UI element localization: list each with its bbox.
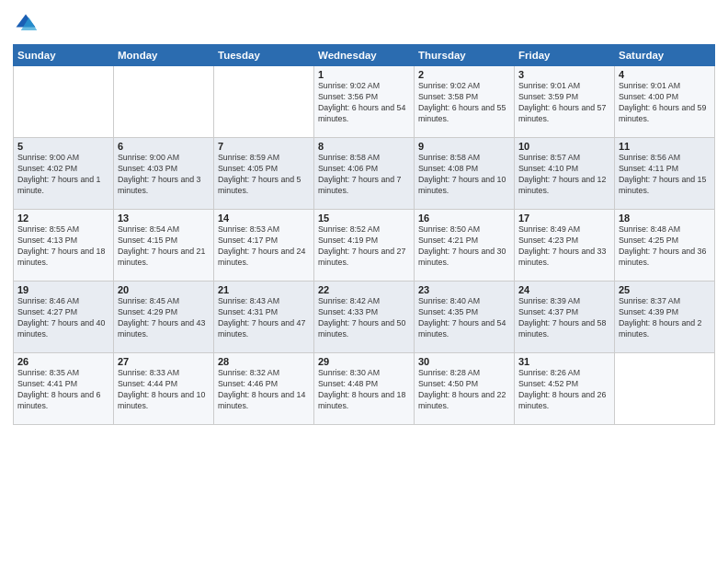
day-cell	[14, 66, 114, 138]
weekday-header-tuesday: Tuesday	[214, 45, 314, 66]
calendar-week-3: 12 Sunrise: 8:55 AM Sunset: 4:13 PM Dayl…	[14, 210, 715, 282]
day-number: 1	[318, 69, 410, 80]
day-info: Sunrise: 8:40 AM Sunset: 4:35 PM Dayligh…	[418, 296, 510, 340]
weekday-header-row: SundayMondayTuesdayWednesdayThursdayFrid…	[14, 45, 715, 66]
day-cell: 9 Sunrise: 8:58 AM Sunset: 4:08 PM Dayli…	[415, 138, 515, 210]
day-info: Sunrise: 8:30 AM Sunset: 4:48 PM Dayligh…	[318, 368, 410, 412]
day-cell: 3 Sunrise: 9:01 AM Sunset: 3:59 PM Dayli…	[515, 66, 615, 138]
day-number: 11	[619, 141, 711, 152]
day-number: 16	[418, 213, 510, 224]
day-info: Sunrise: 9:00 AM Sunset: 4:02 PM Dayligh…	[17, 153, 109, 197]
day-cell: 2 Sunrise: 9:02 AM Sunset: 3:58 PM Dayli…	[415, 66, 515, 138]
day-cell: 15 Sunrise: 8:52 AM Sunset: 4:19 PM Dayl…	[314, 210, 415, 282]
day-number: 24	[518, 284, 610, 295]
day-number: 12	[17, 213, 109, 224]
header	[13, 11, 715, 37]
day-info: Sunrise: 9:02 AM Sunset: 3:58 PM Dayligh…	[418, 81, 510, 125]
day-number: 7	[218, 141, 310, 152]
day-cell: 23 Sunrise: 8:40 AM Sunset: 4:35 PM Dayl…	[415, 282, 515, 353]
day-cell	[615, 353, 715, 425]
day-number: 6	[118, 141, 210, 152]
day-cell: 30 Sunrise: 8:28 AM Sunset: 4:50 PM Dayl…	[415, 353, 515, 425]
day-number: 9	[418, 141, 510, 152]
day-cell: 26 Sunrise: 8:35 AM Sunset: 4:41 PM Dayl…	[14, 353, 114, 425]
day-cell: 8 Sunrise: 8:58 AM Sunset: 4:06 PM Dayli…	[314, 138, 415, 210]
day-info: Sunrise: 8:45 AM Sunset: 4:29 PM Dayligh…	[118, 296, 210, 340]
day-info: Sunrise: 8:46 AM Sunset: 4:27 PM Dayligh…	[17, 296, 109, 340]
day-cell	[214, 66, 314, 138]
day-number: 30	[418, 356, 510, 367]
day-cell: 13 Sunrise: 8:54 AM Sunset: 4:15 PM Dayl…	[114, 210, 214, 282]
day-cell: 18 Sunrise: 8:48 AM Sunset: 4:25 PM Dayl…	[615, 210, 715, 282]
day-number: 18	[619, 213, 711, 224]
calendar-table: SundayMondayTuesdayWednesdayThursdayFrid…	[13, 44, 715, 425]
day-cell: 14 Sunrise: 8:53 AM Sunset: 4:17 PM Dayl…	[214, 210, 314, 282]
day-info: Sunrise: 8:39 AM Sunset: 4:37 PM Dayligh…	[518, 296, 610, 340]
day-number: 29	[318, 356, 410, 367]
day-number: 13	[118, 213, 210, 224]
calendar-week-2: 5 Sunrise: 9:00 AM Sunset: 4:02 PM Dayli…	[14, 138, 715, 210]
day-cell	[114, 66, 214, 138]
day-cell: 7 Sunrise: 8:59 AM Sunset: 4:05 PM Dayli…	[214, 138, 314, 210]
day-number: 3	[518, 69, 610, 80]
day-info: Sunrise: 8:32 AM Sunset: 4:46 PM Dayligh…	[218, 368, 310, 412]
day-info: Sunrise: 8:37 AM Sunset: 4:39 PM Dayligh…	[619, 296, 711, 340]
logo	[13, 11, 42, 37]
day-cell: 21 Sunrise: 8:43 AM Sunset: 4:31 PM Dayl…	[214, 282, 314, 353]
day-number: 25	[619, 284, 711, 295]
calendar-week-4: 19 Sunrise: 8:46 AM Sunset: 4:27 PM Dayl…	[14, 282, 715, 353]
day-cell: 12 Sunrise: 8:55 AM Sunset: 4:13 PM Dayl…	[14, 210, 114, 282]
day-info: Sunrise: 8:56 AM Sunset: 4:11 PM Dayligh…	[619, 153, 711, 197]
weekday-header-saturday: Saturday	[615, 45, 715, 66]
day-info: Sunrise: 8:58 AM Sunset: 4:08 PM Dayligh…	[418, 153, 510, 197]
day-cell: 6 Sunrise: 9:00 AM Sunset: 4:03 PM Dayli…	[114, 138, 214, 210]
calendar-week-5: 26 Sunrise: 8:35 AM Sunset: 4:41 PM Dayl…	[14, 353, 715, 425]
day-info: Sunrise: 9:00 AM Sunset: 4:03 PM Dayligh…	[118, 153, 210, 197]
day-info: Sunrise: 9:01 AM Sunset: 4:00 PM Dayligh…	[619, 81, 711, 125]
day-cell: 5 Sunrise: 9:00 AM Sunset: 4:02 PM Dayli…	[14, 138, 114, 210]
day-cell: 19 Sunrise: 8:46 AM Sunset: 4:27 PM Dayl…	[14, 282, 114, 353]
day-info: Sunrise: 8:28 AM Sunset: 4:50 PM Dayligh…	[418, 368, 510, 412]
day-number: 15	[318, 213, 410, 224]
day-cell: 24 Sunrise: 8:39 AM Sunset: 4:37 PM Dayl…	[515, 282, 615, 353]
day-cell: 31 Sunrise: 8:26 AM Sunset: 4:52 PM Dayl…	[515, 353, 615, 425]
day-cell: 25 Sunrise: 8:37 AM Sunset: 4:39 PM Dayl…	[615, 282, 715, 353]
day-cell: 11 Sunrise: 8:56 AM Sunset: 4:11 PM Dayl…	[615, 138, 715, 210]
day-info: Sunrise: 8:50 AM Sunset: 4:21 PM Dayligh…	[418, 224, 510, 269]
day-number: 19	[17, 284, 109, 295]
day-info: Sunrise: 8:49 AM Sunset: 4:23 PM Dayligh…	[518, 224, 610, 269]
day-cell: 4 Sunrise: 9:01 AM Sunset: 4:00 PM Dayli…	[615, 66, 715, 138]
day-info: Sunrise: 8:58 AM Sunset: 4:06 PM Dayligh…	[318, 153, 410, 197]
day-info: Sunrise: 8:59 AM Sunset: 4:05 PM Dayligh…	[218, 153, 310, 197]
day-number: 31	[518, 356, 610, 367]
day-info: Sunrise: 9:01 AM Sunset: 3:59 PM Dayligh…	[518, 81, 610, 125]
day-info: Sunrise: 8:57 AM Sunset: 4:10 PM Dayligh…	[518, 153, 610, 197]
weekday-header-wednesday: Wednesday	[314, 45, 415, 66]
day-info: Sunrise: 8:43 AM Sunset: 4:31 PM Dayligh…	[218, 296, 310, 340]
day-number: 20	[118, 284, 210, 295]
day-number: 14	[218, 213, 310, 224]
day-cell: 17 Sunrise: 8:49 AM Sunset: 4:23 PM Dayl…	[515, 210, 615, 282]
weekday-header-friday: Friday	[515, 45, 615, 66]
day-info: Sunrise: 8:33 AM Sunset: 4:44 PM Dayligh…	[118, 368, 210, 412]
day-number: 23	[418, 284, 510, 295]
day-info: Sunrise: 8:48 AM Sunset: 4:25 PM Dayligh…	[619, 224, 711, 269]
day-number: 26	[17, 356, 109, 367]
day-number: 2	[418, 69, 510, 80]
day-cell: 10 Sunrise: 8:57 AM Sunset: 4:10 PM Dayl…	[515, 138, 615, 210]
day-number: 8	[318, 141, 410, 152]
day-number: 21	[218, 284, 310, 295]
day-info: Sunrise: 8:55 AM Sunset: 4:13 PM Dayligh…	[17, 224, 109, 269]
weekday-header-monday: Monday	[114, 45, 214, 66]
day-info: Sunrise: 8:35 AM Sunset: 4:41 PM Dayligh…	[17, 368, 109, 412]
day-number: 5	[17, 141, 109, 152]
day-info: Sunrise: 8:42 AM Sunset: 4:33 PM Dayligh…	[318, 296, 410, 340]
weekday-header-sunday: Sunday	[14, 45, 114, 66]
day-info: Sunrise: 8:52 AM Sunset: 4:19 PM Dayligh…	[318, 224, 410, 269]
logo-icon	[13, 11, 39, 37]
day-info: Sunrise: 8:53 AM Sunset: 4:17 PM Dayligh…	[218, 224, 310, 269]
day-number: 22	[318, 284, 410, 295]
day-cell: 22 Sunrise: 8:42 AM Sunset: 4:33 PM Dayl…	[314, 282, 415, 353]
day-cell: 29 Sunrise: 8:30 AM Sunset: 4:48 PM Dayl…	[314, 353, 415, 425]
day-info: Sunrise: 8:54 AM Sunset: 4:15 PM Dayligh…	[118, 224, 210, 269]
